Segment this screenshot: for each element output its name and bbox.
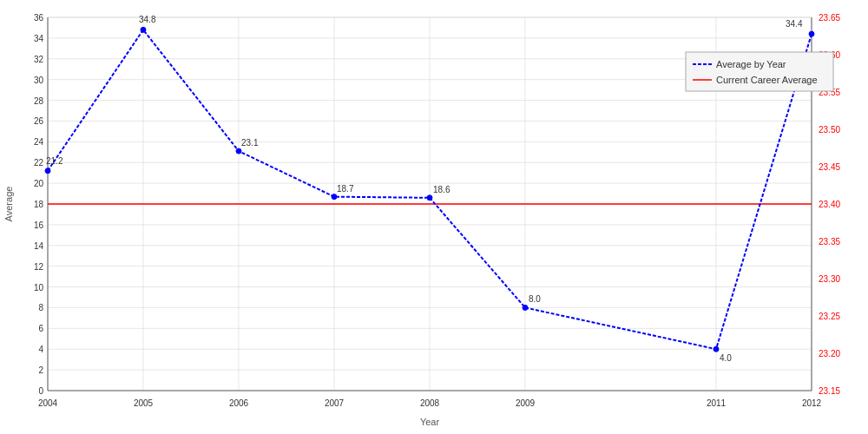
data-label: 8.0	[529, 294, 541, 304]
data-point	[713, 346, 719, 352]
legend-box	[686, 52, 833, 91]
x-tick-label: 2009	[516, 398, 536, 408]
y-left-tick-label: 32	[34, 55, 44, 64]
data-label: 18.6	[433, 185, 450, 194]
y-right-tick-label: 23.25	[819, 312, 840, 321]
y-left-tick-label: 36	[34, 13, 44, 23]
y-left-tick-label: 34	[34, 34, 44, 43]
y-left-tick-label: 22	[34, 158, 44, 168]
y-right-tick-label: 23.35	[819, 237, 840, 247]
data-point	[141, 27, 146, 32]
y-right-tick-label: 23.40	[819, 200, 840, 209]
y-left-tick-label: 26	[34, 116, 44, 126]
legend-series1-label: Average by Year	[716, 59, 786, 69]
y-left-tick-label: 2	[38, 365, 43, 375]
y-left-tick-label: 20	[34, 179, 44, 188]
y-left-tick-label: 8	[38, 303, 43, 312]
legend-series2-label: Current Career Average	[716, 75, 818, 85]
x-tick-label: 2011	[707, 398, 727, 408]
chart-svg: 02468101214161820222426283032343623.1523…	[0, 0, 868, 434]
y-right-tick-label: 23.65	[819, 13, 840, 23]
y-left-axis-title: Average	[3, 187, 14, 222]
y-right-tick-label: 23.50	[819, 125, 840, 135]
data-point	[332, 194, 337, 200]
data-label: 18.7	[337, 184, 354, 194]
data-point	[809, 31, 814, 36]
y-left-tick-label: 10	[34, 283, 44, 293]
y-left-tick-label: 12	[34, 262, 44, 272]
x-tick-label: 2008	[420, 398, 440, 408]
x-tick-label: 2006	[229, 398, 249, 408]
data-point	[45, 168, 50, 174]
data-label: 34.4	[786, 19, 803, 29]
data-label: 21.2	[46, 156, 63, 166]
y-right-tick-label: 23.15	[819, 386, 840, 396]
data-point	[236, 148, 241, 154]
x-tick-label: 2005	[134, 398, 154, 408]
data-point	[523, 305, 528, 310]
y-left-tick-label: 24	[34, 137, 44, 147]
chart-container: 02468101214161820222426283032343623.1523…	[0, 0, 868, 434]
y-right-tick-label: 23.20	[819, 349, 840, 358]
x-tick-label: 2004	[38, 398, 58, 408]
data-label: 4.0	[720, 353, 732, 363]
y-left-tick-label: 30	[34, 76, 44, 85]
data-label: 34.8	[139, 15, 156, 24]
y-left-tick-label: 4	[38, 345, 43, 354]
y-right-tick-label: 23.30	[819, 274, 840, 284]
y-left-tick-label: 0	[38, 386, 43, 396]
y-left-tick-label: 6	[38, 324, 43, 333]
data-point	[427, 195, 432, 201]
y-left-tick-label: 28	[34, 96, 44, 106]
y-right-tick-label: 23.45	[819, 162, 840, 172]
x-axis-title: Year	[420, 417, 440, 427]
x-tick-label: 2007	[325, 398, 345, 408]
data-label: 23.1	[241, 138, 259, 148]
y-left-tick-label: 16	[34, 220, 44, 230]
y-left-tick-label: 18	[34, 200, 44, 209]
x-tick-label: 2012	[802, 398, 822, 408]
y-left-tick-label: 14	[34, 241, 44, 251]
